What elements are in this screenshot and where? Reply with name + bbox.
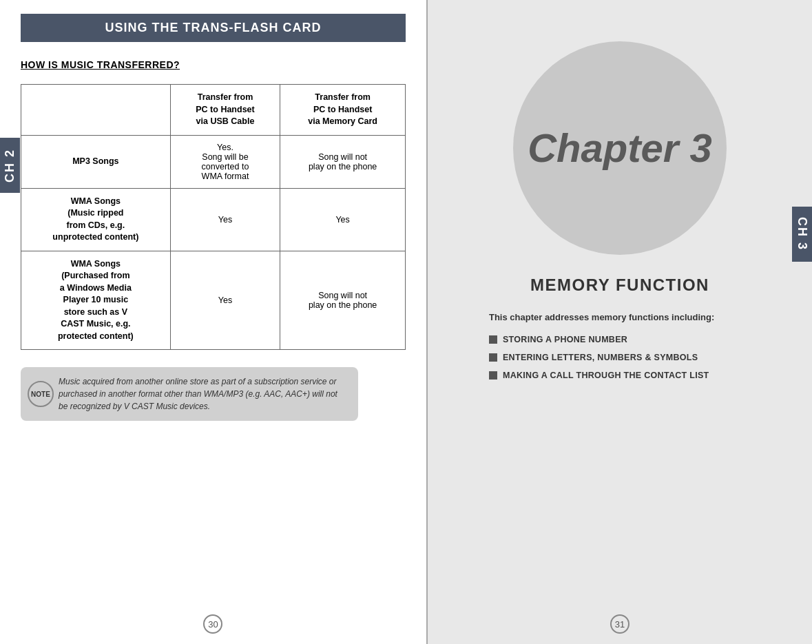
row-wma-protected-usb: Yes	[170, 251, 280, 350]
row-mp3-memory: Song will notplay on the phone	[280, 135, 406, 188]
ch3-sidebar: CH 3	[792, 207, 812, 262]
note-box: NOTE Music acquired from another online …	[21, 367, 358, 421]
table-col-header-1: Transfer fromPC to Handsetvia USB Cable	[170, 85, 280, 136]
right-page: CH 3 Chapter 3 MEMORY FUNCTION This chap…	[428, 0, 812, 644]
chapter-description: This chapter addresses memory functions …	[489, 312, 751, 322]
table-col-header-2: Transfer fromPC to Handsetvia Memory Car…	[280, 85, 406, 136]
row-header-mp3: MP3 Songs	[21, 135, 171, 188]
chapter-list: STORING A PHONE NUMBER ENTERING LETTERS,…	[489, 335, 751, 388]
row-wma-unprotected-memory: Yes	[280, 188, 406, 251]
list-item: STORING A PHONE NUMBER	[489, 335, 751, 344]
table-header-empty	[21, 85, 171, 136]
page-number-right: 31	[610, 614, 629, 634]
row-wma-protected-memory: Song will notplay on the phone	[280, 251, 406, 350]
memory-function-title: MEMORY FUNCTION	[530, 276, 709, 295]
row-mp3-usb: Yes.Song will beconverted toWMA format	[170, 135, 280, 188]
page-number-left: 30	[203, 614, 222, 634]
row-header-wma-unprotected: WMA Songs(Music rippedfrom CDs, e.g.unpr…	[21, 188, 171, 251]
list-bullet	[489, 371, 497, 380]
table-row: WMA Songs(Purchased froma Windows MediaP…	[21, 251, 406, 350]
list-item: ENTERING LETTERS, NUMBERS & SYMBOLS	[489, 353, 751, 362]
table-row: WMA Songs(Music rippedfrom CDs, e.g.unpr…	[21, 188, 406, 251]
note-text: Music acquired from another online store…	[59, 377, 337, 411]
row-header-wma-protected: WMA Songs(Purchased froma Windows MediaP…	[21, 251, 171, 350]
transfer-table: Transfer fromPC to Handsetvia USB Cable …	[21, 84, 406, 350]
list-bullet	[489, 353, 497, 362]
left-page: CH 2 USING THE TRANS-FLASH CARD HOW IS M…	[0, 0, 426, 644]
list-item: MAKING A CALL THROUGH THE CONTACT LIST	[489, 371, 751, 380]
ch2-sidebar: CH 2	[0, 138, 20, 193]
row-wma-unprotected-usb: Yes	[170, 188, 280, 251]
table-row: MP3 Songs Yes.Song will beconverted toWM…	[21, 135, 406, 188]
chapter-label: Chapter 3	[528, 128, 712, 168]
chapter-circle: Chapter 3	[513, 41, 727, 255]
note-icon: NOTE	[28, 381, 54, 407]
list-bullet	[489, 335, 497, 344]
header-banner: USING THE TRANS-FLASH CARD	[21, 14, 406, 42]
section-title: HOW IS MUSIC TRANSFERRED?	[21, 59, 406, 70]
